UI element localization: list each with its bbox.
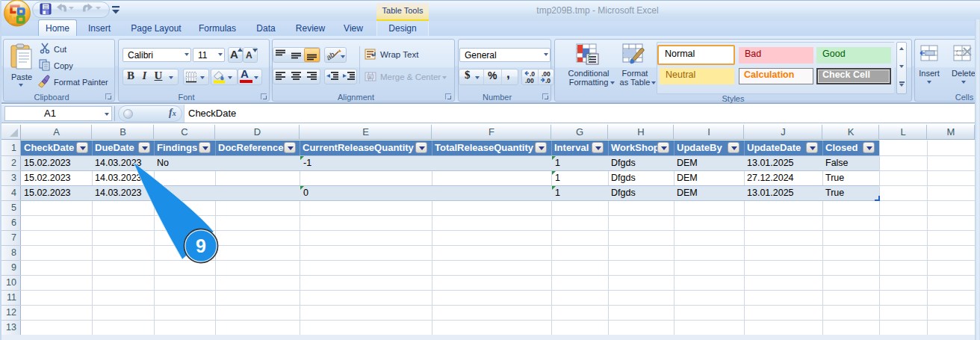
svg-text:a: a [368,75,371,80]
svg-text:.00: .00 [525,77,534,84]
svg-text:.0: .0 [545,77,551,84]
